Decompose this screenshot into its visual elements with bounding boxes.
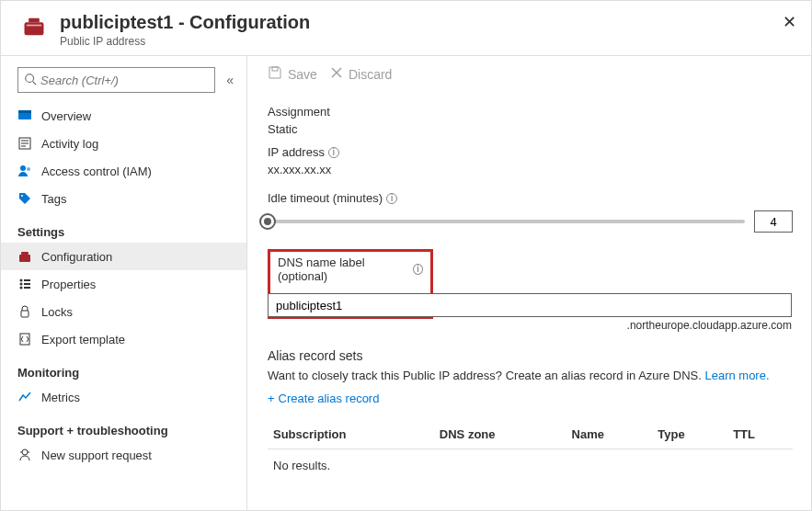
sidebar-item-locks[interactable]: Locks xyxy=(1,298,246,325)
alias-section-desc: Want to closely track this Public IP add… xyxy=(268,369,793,382)
alias-section-title: Alias record sets xyxy=(268,348,793,363)
assignment-label: Assignment xyxy=(268,105,793,119)
slider-thumb[interactable] xyxy=(259,213,276,230)
properties-icon xyxy=(17,277,32,291)
sidebar-item-configuration[interactable]: Configuration xyxy=(1,243,246,270)
nav-label: Configuration xyxy=(41,250,112,264)
no-results: No results. xyxy=(268,449,793,483)
search-icon xyxy=(24,73,37,88)
info-icon[interactable]: i xyxy=(413,264,423,275)
page-title: publiciptest1 - Configuration xyxy=(60,12,310,33)
sidebar-item-metrics[interactable]: Metrics xyxy=(1,383,246,411)
create-alias-link[interactable]: + Create alias record xyxy=(268,392,379,405)
export-template-icon xyxy=(17,332,32,346)
sidebar-item-access-control[interactable]: Access control (IAM) xyxy=(1,157,246,185)
sidebar-item-tags[interactable]: Tags xyxy=(1,185,246,212)
idle-timeout-input[interactable] xyxy=(754,210,793,233)
svg-rect-22 xyxy=(21,311,29,317)
section-monitoring: Monitoring xyxy=(1,353,246,383)
discard-icon xyxy=(330,66,343,82)
ip-address-value: xx.xxx.xx.xx xyxy=(268,163,793,176)
metrics-icon xyxy=(17,390,32,404)
nav-label: New support request xyxy=(41,449,152,462)
nav-label: Export template xyxy=(41,333,125,346)
svg-rect-17 xyxy=(24,279,30,281)
toolbar: Save Discard xyxy=(268,65,793,96)
nav-label: Activity log xyxy=(41,137,98,151)
resource-icon xyxy=(19,12,49,41)
dns-suffix: .northeurope.cloudapp.azure.com xyxy=(268,319,792,332)
sidebar-item-overview[interactable]: Overview xyxy=(1,102,246,130)
svg-rect-19 xyxy=(24,283,30,285)
nav-label: Locks xyxy=(41,305,73,319)
svg-rect-25 xyxy=(272,67,278,71)
table-row-empty: No results. xyxy=(268,449,793,483)
nav-label: Tags xyxy=(41,192,66,206)
page-subtitle: Public IP address xyxy=(60,35,310,48)
blade-header: publiciptest1 - Configuration Public IP … xyxy=(1,1,811,55)
nav-label: Metrics xyxy=(41,391,80,404)
activity-log-icon xyxy=(17,136,32,151)
svg-point-13 xyxy=(21,195,23,197)
section-support: Support + troubleshooting xyxy=(1,411,246,441)
svg-rect-2 xyxy=(29,18,40,23)
plus-icon: + xyxy=(268,392,275,405)
col-name[interactable]: Name xyxy=(566,420,653,449)
svg-point-11 xyxy=(20,165,26,171)
sidebar-item-activity-log[interactable]: Activity log xyxy=(1,130,246,157)
locks-icon xyxy=(17,304,32,319)
assignment-value: Static xyxy=(268,122,793,136)
nav-label: Access control (IAM) xyxy=(41,165,152,178)
svg-point-16 xyxy=(20,279,23,282)
support-icon xyxy=(17,448,32,462)
learn-more-link[interactable]: Learn more. xyxy=(704,369,769,382)
idle-timeout-slider[interactable] xyxy=(268,220,745,223)
sidebar-search[interactable] xyxy=(17,67,215,93)
nav-label: Properties xyxy=(41,278,96,291)
section-settings: Settings xyxy=(1,212,246,243)
svg-point-12 xyxy=(27,167,30,171)
svg-line-4 xyxy=(33,81,37,85)
info-icon[interactable]: i xyxy=(386,193,397,204)
sidebar-item-properties[interactable]: Properties xyxy=(1,270,246,298)
nav-label: Overview xyxy=(41,109,91,123)
col-subscription[interactable]: Subscription xyxy=(268,420,434,449)
close-icon[interactable]: ✕ xyxy=(783,12,796,32)
svg-point-3 xyxy=(26,74,34,82)
save-button[interactable]: Save xyxy=(268,65,317,83)
search-input[interactable] xyxy=(37,74,209,87)
discard-button[interactable]: Discard xyxy=(330,66,392,82)
ip-address-label: IP address i xyxy=(268,145,793,159)
overview-icon xyxy=(17,108,32,123)
dns-label: DNS name label (optional) i xyxy=(278,255,423,283)
tags-icon xyxy=(17,191,32,206)
dns-name-input[interactable] xyxy=(268,293,792,317)
svg-rect-15 xyxy=(21,252,29,255)
configuration-icon xyxy=(17,249,32,264)
idle-timeout-slider-row xyxy=(268,210,793,233)
col-type[interactable]: Type xyxy=(652,420,727,449)
svg-rect-1 xyxy=(27,25,41,27)
dns-section: DNS name label (optional) i .northeurope… xyxy=(268,249,793,332)
alias-table: Subscription DNS zone Name Type TTL No r… xyxy=(268,420,793,482)
access-control-icon xyxy=(17,164,32,178)
svg-rect-6 xyxy=(18,110,31,113)
svg-point-18 xyxy=(20,283,23,286)
save-icon xyxy=(268,65,282,83)
col-dns-zone[interactable]: DNS zone xyxy=(434,420,566,449)
sidebar-item-export-template[interactable]: Export template xyxy=(1,325,246,353)
sidebar: « Overview Activity log Access control (… xyxy=(1,56,247,511)
main-content: Save Discard Assignment Static IP addres… xyxy=(247,56,811,511)
sidebar-item-new-support-request[interactable]: New support request xyxy=(1,441,246,469)
svg-point-24 xyxy=(22,449,28,455)
svg-rect-14 xyxy=(19,255,30,262)
idle-timeout-label: Idle timeout (minutes) i xyxy=(268,191,793,205)
svg-rect-0 xyxy=(25,22,44,35)
svg-point-20 xyxy=(20,287,23,290)
svg-rect-21 xyxy=(24,287,30,289)
info-icon[interactable]: i xyxy=(328,147,339,158)
col-ttl[interactable]: TTL xyxy=(727,420,793,449)
collapse-sidebar-icon[interactable]: « xyxy=(223,73,237,87)
